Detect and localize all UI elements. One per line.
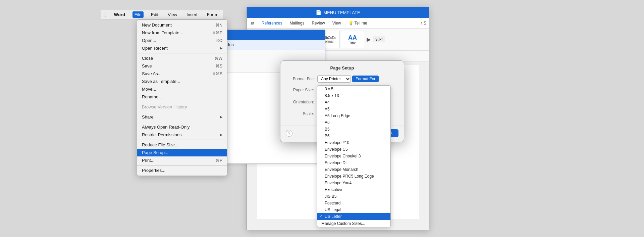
menu-save[interactable]: Save ⌘S — [137, 62, 227, 70]
paper-option-envc5[interactable]: Envelope C5 — [317, 146, 390, 153]
format-for-row: Format For: Any Printer Format For — [287, 75, 397, 83]
dialog-title: Page Setup — [280, 61, 404, 73]
scale-label: Scale: — [287, 111, 317, 116]
menu-save-as[interactable]: Save As... ⇧⌘S — [137, 70, 227, 78]
style-boxes: AaBbCcDd Normal AA Title ▶ St Pr — [316, 31, 385, 48]
menu-share[interactable]: Share ▶ — [137, 113, 227, 121]
menu-rename[interactable]: Rename... — [137, 93, 227, 101]
doc-menu-references[interactable]: References — [260, 20, 283, 26]
paper-option-85x13[interactable]: 8.5 x 13 — [317, 92, 390, 99]
format-for-select[interactable]: Any Printer — [317, 75, 351, 83]
paper-option-jisb5[interactable]: JIS B5 — [317, 193, 390, 200]
doc-menu-ut[interactable]: ut — [250, 20, 256, 26]
menu-bar-insert[interactable]: Insert — [184, 11, 200, 18]
paper-option-a5-long[interactable]: A5 Long Edge — [317, 112, 390, 119]
paper-option-envprc5[interactable]: Envelope PRC5 Long Edge — [317, 173, 390, 180]
menu-bar-format[interactable]: Form — [205, 11, 219, 18]
menu-close[interactable]: Close ⌘W — [137, 54, 227, 62]
file-dropdown-menu: New Document ⌘N New from Template... ⇧⌘P… — [137, 19, 227, 176]
share-icon[interactable]: ↑ S — [421, 21, 426, 26]
paper-size-dropdown: 3 x 5 8.5 x 13 A4 A5 A5 Long Edge A6 B5 … — [317, 85, 391, 227]
menu-always-open-readonly[interactable]: Always Open Read-Only — [137, 123, 227, 131]
menu-reduce-file-size[interactable]: Reduce File Size... — [137, 141, 227, 149]
apple-icon[interactable]:  — [105, 12, 107, 18]
menu-move[interactable]: Move... — [137, 85, 227, 93]
paper-option-3x5[interactable]: 3 x 5 — [317, 86, 390, 92]
paper-option-b5[interactable]: B5 — [317, 126, 390, 133]
separator-1 — [137, 53, 227, 53]
paper-size-label: Paper Size: — [287, 88, 317, 92]
separator-4 — [137, 122, 227, 122]
paper-option-envyou4[interactable]: Envelope You4 — [317, 180, 390, 186]
menu-page-setup[interactable]: Page Setup... — [137, 149, 227, 156]
menu-open-recent[interactable]: Open Recent ▶ — [137, 44, 227, 52]
paper-option-a5[interactable]: A5 — [317, 106, 390, 112]
menu-browse-version-history: Browse Version History — [137, 103, 227, 111]
menu-new-from-template[interactable]: New from Template... ⇧⌘P — [137, 29, 227, 37]
paper-option-a4[interactable]: A4 — [317, 99, 390, 106]
paper-option-a6[interactable]: A6 — [317, 119, 390, 126]
paper-option-envchoukei[interactable]: Envelope Choukei 3 — [317, 153, 390, 159]
word-doc-title: MENU TEMPLATE — [323, 10, 360, 15]
doc-menu-review[interactable]: Review — [310, 20, 326, 26]
format-for-control: Any Printer Format For — [317, 75, 397, 83]
separator-3 — [137, 112, 227, 112]
separator-6 — [137, 165, 227, 165]
style-arrow[interactable]: ▶ — [365, 36, 372, 43]
paper-option-uslegal[interactable]: US Legal — [317, 206, 390, 213]
style-title[interactable]: AA Title — [341, 31, 364, 48]
paper-option-executive[interactable]: Executive — [317, 186, 390, 193]
menu-bar-view[interactable]: View — [166, 11, 179, 18]
doc-menu-tell-me[interactable]: 💡 Tell me — [347, 20, 369, 26]
menu-restrict-permissions[interactable]: Restrict Permissions ▶ — [137, 131, 227, 139]
paper-option-envdl[interactable]: Envelope DL — [317, 159, 390, 166]
menu-save-as-template[interactable]: Save as Template... — [137, 78, 227, 85]
menu-bar-file[interactable]: File — [132, 11, 144, 18]
word-doc-menu: ut References Mailings Review View 💡 Tel… — [247, 18, 429, 29]
paper-option-env10[interactable]: Envelope #10 — [317, 139, 390, 146]
menu-bar-word[interactable]: Word — [112, 11, 127, 18]
menu-properties[interactable]: Properties... — [137, 167, 227, 174]
doc-menu-mailings[interactable]: Mailings — [288, 20, 306, 26]
mac-menu-area:  Word File Edit View Insert Form Home I… — [101, 10, 223, 19]
orientation-label: Orientation: — [287, 100, 317, 104]
menu-print[interactable]: Print... ⌘P — [137, 156, 227, 164]
menu-bar:  Word File Edit View Insert Form — [101, 10, 223, 19]
word-doc-titlebar: 📄 MENU TEMPLATE — [247, 7, 429, 18]
format-for-btn[interactable]: Format For — [352, 76, 379, 82]
separator-2 — [137, 102, 227, 102]
style-more-btn[interactable]: St Pr — [373, 37, 385, 42]
paper-option-b6[interactable]: B6 — [317, 133, 390, 139]
paper-option-usletter[interactable]: ✓ US Letter 8.50 by 11.00 inches Top 0.1… — [317, 213, 390, 220]
format-for-label: Format For: — [287, 77, 317, 81]
menu-open[interactable]: Open... ⌘O — [137, 37, 227, 44]
paper-option-envmonarch[interactable]: Envelope Monarch — [317, 166, 390, 173]
doc-menu-view[interactable]: View — [331, 20, 342, 26]
separator-5 — [137, 140, 227, 140]
menu-bar-edit[interactable]: Edit — [149, 11, 160, 18]
help-button[interactable]: ? — [286, 130, 292, 137]
paper-option-postcard[interactable]: Postcard — [317, 200, 390, 206]
word-icon: 📄 — [316, 10, 321, 15]
manage-custom-sizes[interactable]: Manage Custom Sizes... — [317, 220, 390, 227]
menu-new-document[interactable]: New Document ⌘N — [137, 21, 227, 29]
